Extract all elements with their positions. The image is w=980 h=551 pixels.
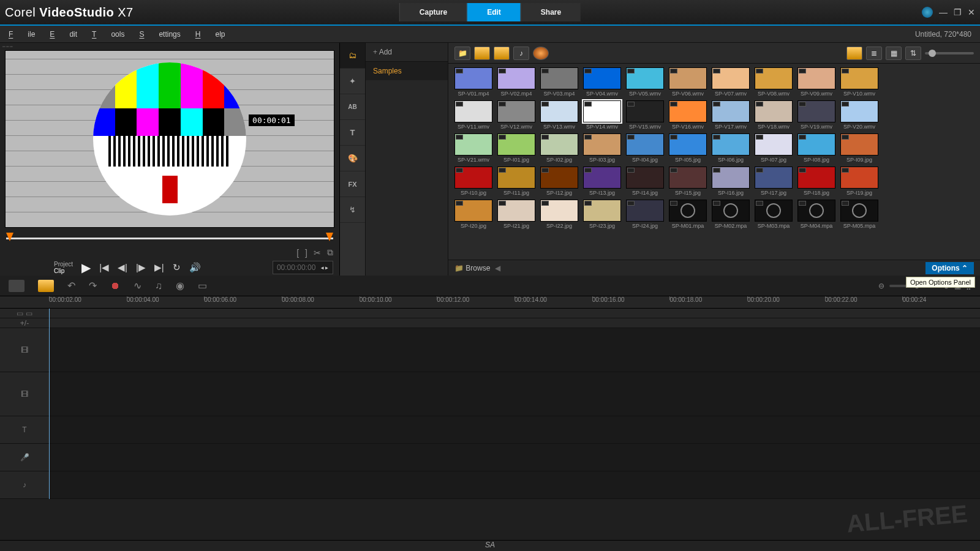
storyboard-view-button[interactable] bbox=[9, 280, 24, 292]
title-track[interactable] bbox=[49, 416, 980, 444]
thumb-item[interactable]: SP-V14.wmv bbox=[583, 100, 621, 130]
thumb-item[interactable]: SP-V15.wmv bbox=[626, 100, 664, 130]
marker-lane[interactable] bbox=[49, 309, 980, 318]
thumb-item[interactable]: SP-V16.wmv bbox=[669, 100, 707, 130]
thumb-item[interactable]: SP-V07.wmv bbox=[712, 67, 750, 97]
repeat-button[interactable]: ↻ bbox=[173, 262, 181, 273]
thumb-item[interactable]: SP-V13.wmv bbox=[540, 100, 578, 130]
thumb-item[interactable]: SP-V21.wmv bbox=[454, 133, 492, 163]
thumb-item[interactable]: SP-I22.jpg bbox=[540, 200, 578, 229]
prev-frame-button[interactable]: ◀| bbox=[118, 262, 127, 273]
browse-button[interactable]: Browse bbox=[454, 264, 490, 272]
track-head-add[interactable]: +/- bbox=[0, 318, 49, 328]
track-head-voice[interactable]: 🎤 bbox=[0, 444, 49, 471]
voice-track[interactable] bbox=[49, 444, 980, 471]
graphic-tab[interactable]: 🎨 bbox=[340, 146, 365, 171]
thumb-item[interactable]: SP-V04.wmv bbox=[583, 67, 621, 97]
thumb-item[interactable]: SP-M04.mpa bbox=[797, 200, 835, 229]
thumb-item[interactable]: SP-V06.wmv bbox=[669, 67, 707, 97]
transition-tab[interactable]: ✦ bbox=[340, 69, 365, 94]
collapse-tree-icon[interactable]: ◀ bbox=[495, 264, 500, 272]
thumb-item[interactable]: SP-I06.jpg bbox=[712, 133, 750, 163]
mark-out-handle[interactable] bbox=[326, 233, 333, 241]
music-track[interactable] bbox=[49, 471, 980, 499]
thumb-item[interactable]: SP-I13.jpg bbox=[583, 167, 621, 196]
thumb-item[interactable]: SP-I10.jpg bbox=[454, 167, 492, 196]
instant-project-icon[interactable] bbox=[533, 47, 549, 60]
import-folder-icon[interactable]: 📁 bbox=[454, 47, 470, 60]
timeline-ruler[interactable]: 00:00:02.0000:00:04.0000:00:06.0000:00:0… bbox=[0, 296, 980, 309]
zoom-out-button[interactable]: ⊖ bbox=[878, 282, 884, 290]
menu-edit[interactable]: Edit bbox=[50, 30, 77, 39]
auto-music-button[interactable]: ♫ bbox=[155, 280, 162, 291]
menu-help[interactable]: Help bbox=[195, 30, 225, 39]
view-list-icon[interactable]: ≣ bbox=[866, 47, 882, 60]
thumb-item[interactable]: SP-M02.mpa bbox=[712, 200, 750, 229]
track-head-marker[interactable]: ▭ ▭ bbox=[0, 309, 49, 318]
cut-icon[interactable]: ✂ bbox=[314, 248, 321, 258]
thumb-item[interactable]: SP-I08.jpg bbox=[797, 133, 835, 163]
timeline-view-button[interactable] bbox=[38, 280, 54, 292]
undo-button[interactable]: ↶ bbox=[67, 280, 75, 291]
thumb-item[interactable]: SP-V02.mp4 bbox=[497, 67, 535, 97]
thumb-item[interactable]: SP-I12.jpg bbox=[540, 167, 578, 196]
thumb-item[interactable]: SP-V18.wmv bbox=[755, 100, 793, 130]
thumb-item[interactable]: SP-V10.wmv bbox=[840, 67, 878, 97]
sort-icon[interactable]: ⇅ bbox=[905, 47, 921, 60]
mark-in-handle[interactable] bbox=[6, 233, 13, 241]
thumb-item[interactable]: SP-V03.mp4 bbox=[540, 67, 578, 97]
thumb-item[interactable]: SP-V11.wmv bbox=[454, 100, 492, 130]
menu-file[interactable]: File bbox=[9, 30, 35, 39]
scrub-bar[interactable] bbox=[6, 231, 333, 245]
add-folder-button[interactable]: Add bbox=[366, 43, 448, 62]
media-tab[interactable]: 🗂 bbox=[340, 43, 365, 69]
timecode-field[interactable]: 00:00:00:00 ◂▸ bbox=[273, 261, 333, 274]
thumb-item[interactable]: SP-V05.wmv bbox=[626, 67, 664, 97]
thumb-item[interactable]: SP-M01.mpa bbox=[669, 200, 707, 229]
thumb-item[interactable]: SP-I07.jpg bbox=[755, 133, 793, 163]
thumb-size-slider[interactable] bbox=[925, 52, 974, 54]
mark-in-icon[interactable]: [ bbox=[296, 248, 299, 258]
thumb-item[interactable]: SP-I14.jpg bbox=[626, 167, 664, 196]
thumb-item[interactable]: SP-I02.jpg bbox=[540, 133, 578, 163]
thumb-item[interactable]: SP-V19.wmv bbox=[797, 100, 835, 130]
panel-grip-icon[interactable]: ┅┅┅ bbox=[2, 44, 13, 50]
playhead[interactable] bbox=[49, 309, 50, 499]
title-tab[interactable]: AB bbox=[340, 94, 365, 120]
restore-icon[interactable]: ❐ bbox=[954, 7, 962, 17]
filter-video-icon[interactable] bbox=[474, 47, 490, 60]
minimize-icon[interactable]: — bbox=[939, 7, 948, 17]
track-head-music[interactable]: ♪ bbox=[0, 471, 49, 499]
thumb-item[interactable]: SP-I16.jpg bbox=[712, 167, 750, 196]
tree-item-samples[interactable]: Samples bbox=[366, 62, 448, 80]
subtitle-button[interactable]: ▭ bbox=[198, 280, 207, 291]
chapter-lane[interactable] bbox=[49, 318, 980, 328]
thumb-item[interactable]: SP-I19.jpg bbox=[840, 167, 878, 196]
thumb-item[interactable]: SP-I17.jpg bbox=[755, 167, 793, 196]
mark-out-icon[interactable]: ] bbox=[305, 248, 307, 258]
audio-mixer-button[interactable]: ∿ bbox=[134, 280, 141, 291]
mode-tab-share[interactable]: Share bbox=[521, 3, 581, 21]
thumb-item[interactable]: SP-I18.jpg bbox=[797, 167, 835, 196]
close-icon[interactable]: ✕ bbox=[968, 7, 975, 17]
path-tab[interactable]: ↯ bbox=[340, 197, 365, 223]
thumb-item[interactable]: SP-V20.wmv bbox=[840, 100, 878, 130]
fx-tab[interactable]: FX bbox=[340, 171, 365, 197]
mode-tab-edit[interactable]: Edit bbox=[467, 3, 521, 21]
thumb-item[interactable]: SP-I20.jpg bbox=[454, 200, 492, 229]
view-grid-icon[interactable]: ▦ bbox=[886, 47, 902, 60]
thumb-item[interactable]: SP-I05.jpg bbox=[669, 133, 707, 163]
filter-photo-icon[interactable] bbox=[494, 47, 510, 60]
thumb-item[interactable]: SP-V08.wmv bbox=[755, 67, 793, 97]
preview-monitor[interactable]: 00:00:01 bbox=[5, 50, 334, 228]
track-head-overlay[interactable]: 🎞 bbox=[0, 372, 49, 416]
thumb-item[interactable]: SP-V01.mp4 bbox=[454, 67, 492, 97]
options-button[interactable]: Options ⌃ bbox=[925, 262, 974, 274]
video-track[interactable] bbox=[49, 328, 980, 372]
thumb-item[interactable]: SP-I11.jpg bbox=[497, 167, 535, 196]
thumb-item[interactable]: SP-I15.jpg bbox=[669, 167, 707, 196]
track-motion-button[interactable]: ◉ bbox=[176, 280, 184, 291]
text-tab[interactable]: T bbox=[340, 120, 365, 146]
globe-icon[interactable] bbox=[922, 7, 933, 18]
thumb-item[interactable]: SP-M03.mpa bbox=[755, 200, 793, 229]
